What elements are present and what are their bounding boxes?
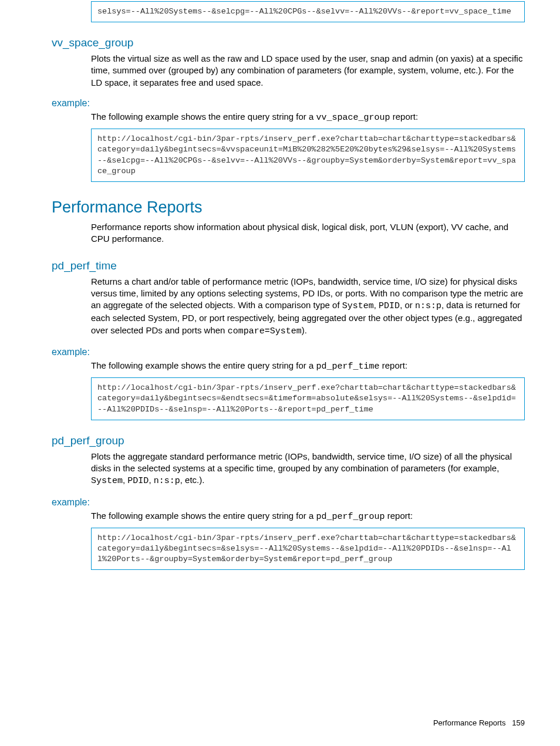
inline-code: vv_space_group: [316, 113, 390, 123]
text: The following example shows the entire q…: [91, 360, 316, 370]
text: ,: [374, 300, 379, 310]
inline-code: PDID: [127, 476, 149, 486]
inline-code: System: [342, 301, 374, 311]
heading-pd-perf-group: pd_perf_group: [52, 434, 525, 447]
example-label: example:: [52, 98, 525, 109]
example-intro-pd-perf-group: The following example shows the entire q…: [91, 510, 525, 523]
text: report:: [390, 112, 419, 121]
heading-vv-space-group: vv_space_group: [52, 36, 525, 49]
inline-code: n:s:p: [415, 301, 441, 311]
text: The following example shows the entire q…: [91, 511, 316, 521]
example-label: example:: [52, 347, 525, 357]
inline-code: n:s:p: [154, 476, 180, 486]
inline-code: System: [91, 476, 123, 486]
footer-page-number: 159: [512, 718, 525, 727]
example-intro-vv-space-group: The following example shows the entire q…: [91, 111, 525, 124]
code-block-pd-perf-group: http://localhost/cgi-bin/3par-rpts/inser…: [91, 528, 525, 571]
footer-label: Performance Reports: [433, 718, 506, 727]
example-intro-pd-perf-time: The following example shows the entire q…: [91, 360, 525, 373]
page-footer: Performance Reports 159: [433, 718, 525, 727]
text: The following example shows the entire q…: [91, 112, 316, 121]
example-label: example:: [52, 497, 525, 508]
heading-performance-reports: Performance Reports: [52, 198, 525, 217]
text: Plots the aggregate standard performance…: [91, 451, 512, 473]
inline-code: pd_perf_group: [316, 512, 385, 522]
inline-code: PDID: [379, 301, 400, 311]
body-performance-reports: Performance reports show information abo…: [91, 221, 525, 245]
heading-pd-perf-time: pd_perf_time: [52, 259, 525, 272]
body-pd-perf-group: Plots the aggregate standard performance…: [91, 451, 525, 488]
text: ,: [149, 475, 153, 485]
body-vv-space-group: Plots the virtual size as well as the ra…: [91, 53, 525, 89]
body-pd-perf-time: Returns a chart and/or table of performa…: [91, 276, 525, 337]
code-block-pd-perf-time: http://localhost/cgi-bin/3par-rpts/inser…: [91, 377, 525, 420]
code-block-vv-space-group: http://localhost/cgi-bin/3par-rpts/inser…: [91, 129, 525, 182]
text: , etc.).: [180, 475, 205, 485]
inline-code: compare=System: [228, 326, 302, 336]
text: report:: [385, 511, 413, 521]
text: , or: [400, 300, 415, 310]
page: selsys=--All%20Systems--&selcpg=--All%20…: [0, 1, 560, 746]
inline-code: pd_perf_time: [316, 362, 380, 372]
code-block-vv-space-time: selsys=--All%20Systems--&selcpg=--All%20…: [91, 1, 525, 22]
text: report:: [380, 360, 408, 370]
text: ).: [302, 325, 307, 335]
